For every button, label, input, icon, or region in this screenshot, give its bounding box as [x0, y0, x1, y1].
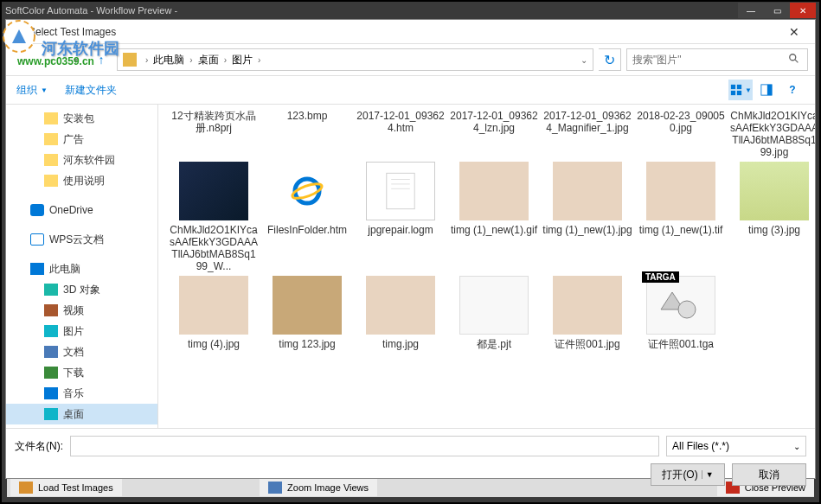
sidebar-item-视频[interactable]: 视频: [6, 300, 157, 321]
file-item[interactable]: timg 123.jpg: [262, 276, 352, 350]
dialog-close-button[interactable]: ✕: [777, 21, 811, 43]
organize-menu[interactable]: 组织 ▼: [16, 83, 48, 98]
file-item[interactable]: ChMkJld2O1KIYcasAAfEkkY3GDAAATllAJ6btMAB…: [729, 110, 815, 158]
file-item[interactable]: 证件照001.jpg: [542, 276, 632, 350]
breadcrumb-sep[interactable]: ›: [145, 55, 148, 65]
file-thumb: [553, 276, 622, 335]
file-thumb: [179, 162, 248, 220]
folder-icon: [44, 325, 58, 337]
file-name: timg 123.jpg: [262, 338, 352, 350]
view-mode-button[interactable]: ▼: [728, 80, 753, 100]
outer-minimize-button[interactable]: —: [738, 3, 764, 18]
sidebar-item-桌面[interactable]: 桌面: [6, 404, 157, 424]
file-item[interactable]: ChMkJld2O1KIYcasAAfEkkY3GDAAATllAJ6btMAB…: [169, 162, 259, 272]
sidebar-item-label: OneDrive: [49, 204, 93, 216]
search-input[interactable]: [632, 54, 788, 66]
sidebar-item-label: 安装包: [63, 112, 94, 126]
file-item[interactable]: jpgrepair.logm: [356, 162, 446, 272]
preview-pane-button[interactable]: [754, 80, 779, 100]
file-name: timg (1)_new(1).gif: [449, 224, 539, 236]
sidebar-item-label: 3D 对象: [63, 283, 100, 297]
file-item[interactable]: 2018-02-23_090050.jpg: [636, 110, 726, 158]
file-thumb: [459, 162, 529, 220]
file-thumb: TARGA: [646, 276, 715, 335]
folder-icon: [44, 175, 58, 187]
sidebar-item-label: 下载: [63, 366, 84, 380]
file-item[interactable]: timg (1)_new(1).tif: [636, 162, 726, 272]
file-name: timg (4).jpg: [169, 338, 259, 350]
file-item[interactable]: TARGA证件照001.tga: [636, 276, 726, 350]
sidebar-item-label: 广告: [63, 132, 84, 147]
back-button[interactable]: ←: [13, 49, 34, 70]
file-name: timg (1)_new(1).jpg: [542, 224, 632, 236]
sidebar-item-此电脑[interactable]: 此电脑: [6, 258, 157, 279]
chevron-down-icon: ▼: [702, 470, 714, 479]
breadcrumb-sep: ›: [189, 55, 192, 65]
file-item[interactable]: timg.jpg: [356, 276, 446, 350]
file-item[interactable]: 都是.pjt: [449, 276, 539, 350]
chevron-down-icon[interactable]: ⌄: [580, 55, 587, 65]
new-folder-button[interactable]: 新建文件夹: [65, 83, 117, 98]
file-item[interactable]: timg (3).jpg: [729, 162, 815, 272]
sidebar-item-OneDrive[interactable]: OneDrive: [6, 200, 157, 220]
file-thumb: [646, 162, 715, 220]
folder-icon: [123, 53, 137, 67]
sidebar-item-图片[interactable]: 图片: [6, 321, 157, 341]
sidebar-item-3D 对象[interactable]: 3D 对象: [6, 279, 157, 300]
breadcrumb[interactable]: › 此电脑 › 桌面 › 图片 › ⌄: [117, 48, 593, 71]
outer-maximize-button[interactable]: ▭: [764, 3, 790, 18]
file-thumb: [740, 162, 809, 220]
folder-icon: [44, 346, 58, 358]
breadcrumb-item[interactable]: 此电脑: [153, 53, 184, 67]
file-item[interactable]: 2017-12-01_093624_Magnifier_1.jpg: [542, 110, 632, 158]
sidebar-item-广告[interactable]: 广告: [6, 129, 157, 150]
folder-icon: [44, 284, 58, 296]
file-item[interactable]: 2017-12-01_093624_lzn.jpg: [449, 110, 539, 158]
sidebar-item-使用说明[interactable]: 使用说明: [6, 170, 157, 191]
file-thumb: [366, 276, 435, 335]
search-icon[interactable]: [788, 53, 802, 67]
sidebar-item-WPS云文档[interactable]: WPS云文档: [6, 229, 157, 250]
file-thumb: [553, 162, 622, 220]
file-name: 都是.pjt: [449, 338, 539, 350]
recent-button[interactable]: ▾: [65, 49, 86, 70]
refresh-button[interactable]: ↻: [599, 48, 621, 71]
file-item[interactable]: timg (1)_new(1).jpg: [542, 162, 632, 272]
file-item[interactable]: timg (4).jpg: [169, 276, 259, 350]
svg-rect-13: [387, 173, 414, 208]
filename-input[interactable]: [70, 436, 659, 456]
breadcrumb-item[interactable]: 图片: [232, 53, 253, 67]
sidebar-item-安装包[interactable]: 安装包: [6, 108, 157, 129]
open-button[interactable]: 打开(O) ▼: [651, 463, 725, 486]
file-item[interactable]: 12寸精装跨页水晶册.n8prj: [169, 110, 259, 158]
breadcrumb-item[interactable]: 桌面: [198, 53, 219, 67]
sidebar-item-文档[interactable]: 文档: [6, 341, 157, 362]
sidebar-item-音乐[interactable]: 音乐: [6, 383, 157, 404]
outer-titlebar[interactable]: SoftColor Automata - Workflow Preview - …: [2, 2, 819, 19]
dialog-icon: [10, 25, 23, 39]
file-area[interactable]: 12寸精装跨页水晶册.n8prj123.bmp2017-12-01_093624…: [158, 105, 815, 428]
svg-rect-10: [767, 85, 772, 95]
file-item[interactable]: 2017-12-01_093624.htm: [356, 110, 446, 158]
sidebar-item-label: 图片: [63, 324, 84, 339]
folder-icon: [44, 387, 58, 399]
open-label: 打开(O): [662, 468, 697, 482]
up-button[interactable]: ↑: [91, 49, 112, 70]
file-name: 证件照001.tga: [636, 338, 726, 350]
help-button[interactable]: ?: [780, 80, 805, 100]
folder-icon: [44, 408, 58, 420]
file-open-dialog: Select Test Images ✕ ← → ▾ ↑ › 此电脑 › 桌面 …: [5, 19, 816, 479]
forward-button[interactable]: →: [39, 49, 60, 70]
cancel-button[interactable]: 取消: [732, 463, 806, 486]
sidebar-item-下载[interactable]: 下载: [6, 362, 157, 383]
svg-rect-7: [731, 91, 735, 95]
file-item[interactable]: FilesInFolder.htm: [262, 162, 352, 272]
file-item[interactable]: timg (1)_new(1).gif: [449, 162, 539, 272]
search-box[interactable]: [626, 48, 808, 71]
filetype-combo[interactable]: All Files (*.*) ⌄: [666, 436, 806, 456]
dialog-titlebar[interactable]: Select Test Images ✕: [6, 20, 815, 44]
folder-icon: [44, 304, 58, 316]
file-item[interactable]: 123.bmp: [262, 110, 352, 158]
sidebar-item-河东软件园[interactable]: 河东软件园: [6, 150, 157, 170]
outer-close-button[interactable]: ✕: [790, 3, 816, 18]
